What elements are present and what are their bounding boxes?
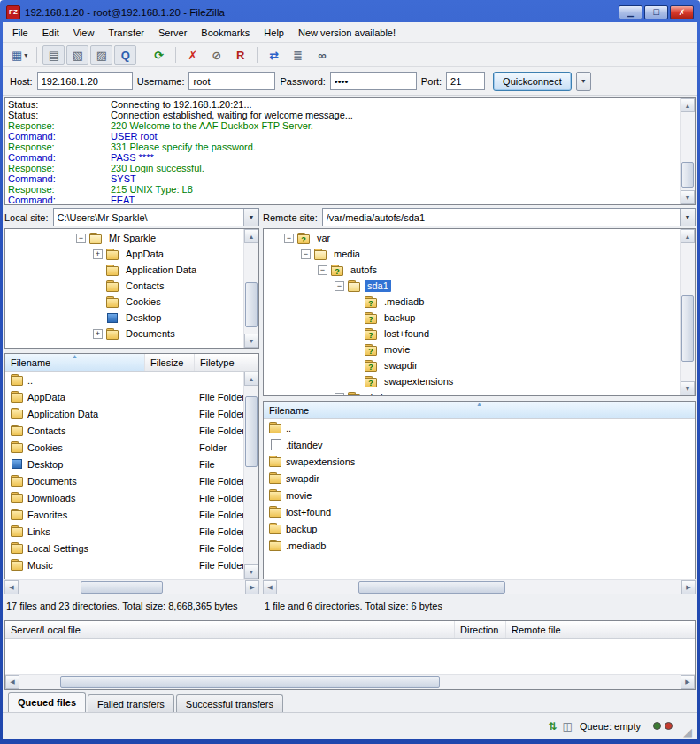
scroll-right-icon[interactable]: ▶	[681, 580, 696, 594]
local-site-input[interactable]	[54, 209, 243, 226]
username-input[interactable]	[188, 72, 275, 90]
local-file-row[interactable]: LinksFile Folder	[5, 523, 243, 540]
toggle-message-log-button[interactable]: ▤	[42, 45, 65, 65]
collapse-icon[interactable]: −	[335, 281, 344, 291]
column-header-remote-file[interactable]: Remote file	[506, 621, 695, 638]
local-tree-item[interactable]: Contacts	[5, 278, 243, 294]
local-tree-item[interactable]: +AppData	[5, 246, 243, 262]
remote-tree-item[interactable]: lost+found	[264, 326, 680, 341]
remote-site-dropdown-button[interactable]: ▼	[680, 209, 695, 226]
title-bar[interactable]: FZ 192.168.1.20 - root@192.168.1.20 - Fi…	[3, 0, 697, 22]
column-header-filename[interactable]: Filename▲	[5, 354, 145, 371]
collapse-icon[interactable]: −	[318, 265, 327, 275]
resize-grip-icon[interactable]: ◢	[683, 726, 692, 739]
disconnect-button[interactable]: ⊘	[205, 45, 227, 65]
queue-horizontal-scrollbar[interactable]: ◀▶	[5, 674, 695, 689]
collapse-icon[interactable]: −	[76, 234, 86, 243]
remote-tree-item[interactable]: −sda1	[264, 278, 680, 294]
scrollbar-thumb[interactable]	[60, 676, 439, 688]
refresh-button[interactable]: ⟳	[148, 45, 170, 65]
tab-failed-transfers[interactable]: Failed transfers	[88, 694, 174, 712]
scroll-up-icon[interactable]: ▲	[244, 229, 258, 243]
local-tree-item[interactable]: −Mr Sparkle	[5, 230, 243, 246]
scroll-right-icon[interactable]: ▶	[245, 580, 259, 594]
menu-item-server[interactable]: Server	[152, 25, 193, 41]
scrollbar-thumb[interactable]	[245, 282, 258, 327]
local-file-row[interactable]: DownloadsFile Folder	[5, 489, 243, 506]
remote-file-row[interactable]: lost+found	[264, 503, 695, 520]
remote-file-row[interactable]: movie	[264, 487, 695, 503]
local-list-scrollbar[interactable]: ▲▼	[243, 372, 258, 579]
remote-tree-item[interactable]: .mediadb	[264, 294, 680, 310]
local-site-combo[interactable]: ▼	[53, 208, 259, 226]
port-input[interactable]	[446, 72, 485, 90]
remote-file-row[interactable]: .titandev	[264, 436, 695, 453]
scroll-up-icon[interactable]: ▲	[681, 229, 695, 243]
remote-tree-item[interactable]: backup	[264, 310, 680, 326]
remote-tree-item[interactable]: swapextensions	[264, 373, 680, 389]
menu-item-help[interactable]: Help	[258, 25, 290, 41]
local-tree-item[interactable]: Cookies	[5, 294, 243, 310]
scrollbar-thumb[interactable]	[681, 295, 694, 362]
local-tree-item[interactable]: +Documents	[5, 326, 243, 341]
local-horizontal-scrollbar[interactable]: ◀▶	[4, 579, 259, 594]
local-site-dropdown-button[interactable]: ▼	[243, 209, 258, 226]
scroll-down-icon[interactable]: ▼	[244, 334, 258, 348]
scrollbar-thumb[interactable]	[81, 581, 162, 594]
scrollbar-thumb[interactable]	[245, 396, 258, 467]
cancel-button[interactable]: ✗	[181, 45, 204, 65]
local-file-row[interactable]: CookiesFolder	[5, 439, 243, 456]
local-file-row[interactable]: Local SettingsFile Folder	[5, 540, 243, 556]
local-tree-scrollbar[interactable]: ▲▼	[243, 229, 258, 348]
tab-successful-transfers[interactable]: Successful transfers	[176, 694, 283, 712]
local-file-row[interactable]: ContactsFile Folder	[5, 422, 243, 439]
minimize-button[interactable]: ▁	[619, 5, 642, 19]
scroll-down-icon[interactable]: ▼	[244, 564, 258, 579]
column-header-server-local-file[interactable]: Server/Local file	[5, 621, 455, 638]
password-input[interactable]	[330, 72, 417, 90]
maximize-button[interactable]: ☐	[644, 5, 668, 19]
menu-item-edit[interactable]: Edit	[36, 25, 65, 41]
scroll-down-icon[interactable]: ▼	[681, 190, 695, 204]
remote-file-row[interactable]: swapextensions	[264, 453, 695, 470]
remote-tree-item[interactable]: swapdir	[264, 357, 680, 373]
quickconnect-button[interactable]: Quickconnect	[493, 72, 572, 91]
remote-horizontal-scrollbar[interactable]: ◀▶	[263, 579, 696, 594]
remote-site-input[interactable]	[323, 209, 680, 226]
scrollbar-thumb[interactable]	[358, 581, 505, 594]
remote-tree-item[interactable]: +dvd	[264, 389, 680, 395]
scroll-left-icon[interactable]: ◀	[5, 675, 19, 689]
menu-item-file[interactable]: File	[6, 25, 35, 41]
expand-icon[interactable]: +	[93, 249, 103, 259]
local-file-row[interactable]: MusicFile Folder	[5, 556, 243, 573]
local-tree-item[interactable]: Desktop	[5, 310, 243, 326]
column-header-filetype[interactable]: Filetype	[195, 354, 258, 371]
column-header-direction[interactable]: Direction	[455, 621, 506, 638]
scroll-up-icon[interactable]: ▲	[244, 372, 258, 386]
scroll-down-icon[interactable]: ▼	[681, 381, 695, 395]
remote-file-row[interactable]: swapdir	[264, 470, 695, 487]
remote-file-row[interactable]: ..	[264, 419, 695, 436]
toggle-queue-button[interactable]: Q	[114, 45, 136, 65]
menu-item-transfer[interactable]: Transfer	[102, 25, 150, 41]
tab-queued-files[interactable]: Queued files	[8, 692, 86, 712]
local-file-row[interactable]: FavoritesFile Folder	[5, 506, 243, 523]
local-file-row[interactable]: DocumentsFile Folder	[5, 472, 243, 489]
find-files-button[interactable]: ∞	[311, 45, 333, 65]
close-button[interactable]: ✗	[670, 5, 694, 19]
local-file-row[interactable]: Application DataFile Folder	[5, 405, 243, 422]
scroll-left-icon[interactable]: ◀	[4, 580, 19, 594]
scrollbar-thumb[interactable]	[681, 162, 694, 188]
scroll-left-icon[interactable]: ◀	[263, 580, 277, 594]
remote-tree-scrollbar[interactable]: ▲▼	[680, 229, 695, 395]
local-file-row[interactable]: ..	[5, 372, 243, 388]
remote-file-row[interactable]: backup	[264, 520, 695, 537]
column-header-filename[interactable]: Filename▲	[264, 402, 695, 418]
remote-file-row[interactable]: .mediadb	[264, 537, 695, 554]
scroll-up-icon[interactable]: ▲	[681, 98, 695, 112]
menu-item-new-version-available[interactable]: New version available!	[292, 25, 402, 41]
synchronized-browsing-button[interactable]: ≣	[287, 45, 309, 65]
toggle-remote-tree-button[interactable]: ▨	[90, 45, 112, 65]
collapse-icon[interactable]: −	[301, 249, 311, 259]
remote-tree-item[interactable]: −media	[264, 246, 680, 262]
